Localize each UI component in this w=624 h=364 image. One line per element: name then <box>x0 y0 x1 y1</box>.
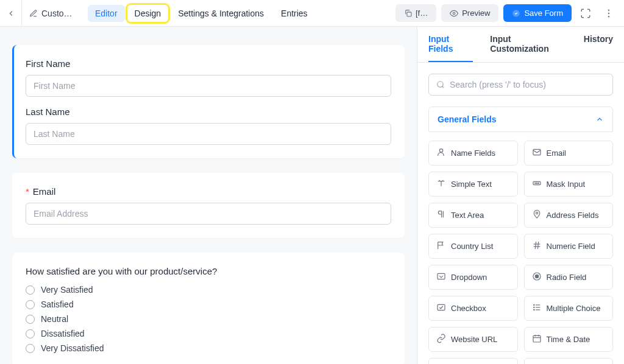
form-title-text: Custom… <box>41 9 76 18</box>
last-name-input[interactable] <box>26 123 391 145</box>
form-canvas[interactable]: First Name Last Name *Email How satisfie… <box>0 27 417 364</box>
check-circle-icon <box>512 9 520 18</box>
shortcode-button[interactable]: [f… <box>395 4 436 22</box>
preview-button[interactable]: Preview <box>441 4 498 22</box>
email-block[interactable]: *Email <box>12 173 405 238</box>
field-tile-label: Website URL <box>451 335 497 344</box>
back-button[interactable] <box>0 0 22 27</box>
save-button[interactable]: Save Form <box>503 4 572 22</box>
svg-rect-28 <box>438 304 445 310</box>
field-grid: Name FieldsEmailSimple TextMask InputTex… <box>428 132 613 364</box>
list-icon <box>532 303 542 314</box>
chevron-box-icon <box>436 271 446 283</box>
svg-rect-25 <box>438 273 445 279</box>
field-tile-label: Country List <box>451 242 493 251</box>
field-tile-dropdown[interactable]: Dropdown <box>428 265 518 290</box>
field-tile-radio-field[interactable]: Radio Field <box>524 265 614 290</box>
field-tile-text-area[interactable]: Text Area <box>428 203 518 228</box>
expand-icon <box>580 8 591 19</box>
pencil-icon <box>29 9 38 18</box>
copy-icon <box>404 9 412 17</box>
eye-icon <box>450 9 458 18</box>
field-tile-name-fields[interactable]: Name Fields <box>428 141 518 166</box>
form-title[interactable]: Custom… <box>22 9 83 18</box>
field-tile-file-upload[interactable]: File Upload <box>524 358 614 364</box>
radio-option[interactable]: Very Dissatisfied <box>26 343 391 353</box>
radio-icon <box>532 271 542 283</box>
field-tile-simple-text[interactable]: Simple Text <box>428 172 518 197</box>
field-tile-website-url[interactable]: Website URL <box>428 327 518 352</box>
svg-point-20 <box>536 212 537 214</box>
radio-option[interactable]: Neutral <box>26 314 391 324</box>
field-tile-label: Radio Field <box>547 273 587 282</box>
field-tile-mask-input[interactable]: Mask Input <box>524 172 614 197</box>
svg-point-4 <box>608 12 609 13</box>
radio-icon <box>26 315 35 324</box>
field-tile-label: Dropdown <box>451 273 487 282</box>
radio-label: Very Satisfied <box>41 285 93 295</box>
satisfaction-block[interactable]: How satisfied are you with our product/s… <box>12 253 405 364</box>
svg-point-3 <box>608 9 609 10</box>
field-tile-label: Mask Input <box>547 180 586 189</box>
search-icon <box>436 80 445 89</box>
more-button[interactable] <box>600 4 618 23</box>
svg-point-33 <box>533 307 534 307</box>
field-tile-email[interactable]: Email <box>524 141 614 166</box>
email-input[interactable] <box>26 203 391 225</box>
tab-settings[interactable]: Settings & Integrations <box>171 5 271 22</box>
sidebar-tab-input-customization[interactable]: Input Customization <box>490 34 566 62</box>
general-fields-accordion[interactable]: General Fields <box>428 107 613 132</box>
text-icon <box>436 178 446 190</box>
field-tile-label: Text Area <box>451 211 484 220</box>
satisfaction-options: Very SatisfiedSatisfiedNeutralDissatisfi… <box>26 285 391 353</box>
sidebar-tab-history[interactable]: History <box>584 34 613 62</box>
tab-editor[interactable]: Editor <box>88 5 125 22</box>
sidebar-tab-input-fields[interactable]: Input Fields <box>428 34 473 62</box>
nav-tabs: Editor Design Settings & Integrations En… <box>88 5 315 22</box>
field-tile-label: Email <box>547 149 567 158</box>
svg-point-16 <box>536 183 537 183</box>
tab-entries[interactable]: Entries <box>274 5 315 22</box>
radio-icon <box>26 344 35 353</box>
radio-label: Dissatisfied <box>41 329 85 338</box>
radio-option[interactable]: Very Satisfied <box>26 285 391 295</box>
tab-design[interactable]: Design <box>127 5 169 22</box>
svg-point-15 <box>534 183 535 183</box>
svg-point-8 <box>439 149 442 152</box>
radio-option[interactable]: Satisfied <box>26 299 391 309</box>
radio-option[interactable]: Dissatisfied <box>26 329 391 338</box>
field-tile-checkbox[interactable]: Checkbox <box>428 296 518 321</box>
chevron-up-icon <box>595 115 604 124</box>
topbar: Custom… Editor Design Settings & Integra… <box>0 0 624 27</box>
calendar-icon <box>532 334 542 345</box>
field-tile-label: Address Fields <box>547 211 599 220</box>
fullscreen-button[interactable] <box>576 4 595 23</box>
field-tile-multiple-choice[interactable]: Multiple Choice <box>524 296 614 321</box>
field-tile-label: Name Fields <box>451 149 495 158</box>
name-fields-block[interactable]: First Name Last Name <box>12 45 405 158</box>
email-label: *Email <box>26 186 391 197</box>
field-tile-image-upload[interactable]: Image Upload <box>428 358 518 364</box>
paragraph-icon <box>436 209 446 221</box>
field-tile-numeric-field[interactable]: Numeric Field <box>524 234 614 259</box>
chevron-left-icon <box>7 9 15 18</box>
svg-point-27 <box>535 275 538 278</box>
field-search-input[interactable] <box>450 80 605 89</box>
svg-point-6 <box>438 82 443 87</box>
svg-point-17 <box>538 183 539 183</box>
svg-line-7 <box>442 86 444 88</box>
field-tile-address-fields[interactable]: Address Fields <box>524 203 614 228</box>
svg-line-24 <box>537 242 538 249</box>
field-search[interactable] <box>428 74 613 96</box>
svg-line-23 <box>535 242 536 249</box>
first-name-input[interactable] <box>26 75 391 97</box>
sidebar-tabs: Input Fields Input Customization History <box>417 27 624 63</box>
pin-icon <box>532 209 542 221</box>
check-icon <box>436 303 446 314</box>
field-tile-country-list[interactable]: Country List <box>428 234 518 259</box>
field-tile-time-date[interactable]: Time & Date <box>524 327 614 352</box>
field-tile-label: Multiple Choice <box>547 304 601 313</box>
field-tile-label: Numeric Field <box>547 242 595 251</box>
hash-icon <box>532 240 542 252</box>
field-tile-label: Time & Date <box>547 335 590 344</box>
